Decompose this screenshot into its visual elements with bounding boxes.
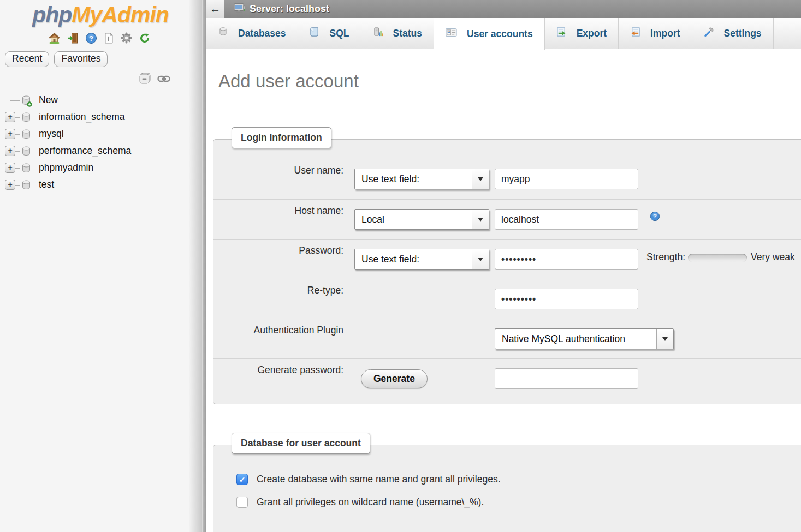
login-information-fieldset: Login Information User name: Use text fi…: [213, 139, 801, 404]
exit-icon[interactable]: [67, 32, 79, 44]
create-database-option: ✓ Create database with same name and gra…: [236, 474, 501, 485]
tab-label: Status: [393, 28, 422, 39]
tab-bar: Databases SQL Status User accounts Expor…: [206, 18, 801, 49]
create-database-label: Create database with same name and grant…: [257, 474, 501, 485]
grant-wildcard-checkbox[interactable]: [236, 497, 248, 508]
database-icon: [218, 27, 228, 40]
generate-password-label: Generate password:: [213, 364, 343, 376]
collapse-all-icon[interactable]: [139, 72, 152, 88]
favorites-button[interactable]: Favorites: [54, 51, 108, 67]
back-button[interactable]: ←: [206, 0, 224, 18]
recent-button[interactable]: Recent: [5, 51, 49, 67]
select-arrow-box[interactable]: [656, 329, 673, 349]
sql-icon: [310, 27, 320, 40]
tree-stub: [15, 134, 20, 135]
select-arrow-box[interactable]: [472, 210, 489, 229]
create-database-checkbox[interactable]: ✓: [236, 474, 248, 485]
username-type-select[interactable]: Use text field:: [354, 169, 489, 189]
selected-option: Native MySQL authentication: [495, 329, 656, 349]
database-icon: [20, 180, 32, 194]
strength-meter: [688, 254, 747, 262]
tab-sql[interactable]: SQL: [298, 18, 361, 49]
check-icon: ✓: [239, 475, 246, 484]
password-type-select[interactable]: Use text field:: [354, 249, 489, 270]
hostname-type-select[interactable]: Local: [354, 209, 489, 230]
chevron-down-icon: [662, 337, 668, 341]
logo-part-myadmin: MyAdmin: [72, 2, 169, 27]
select-arrow-box[interactable]: [472, 249, 489, 269]
tree-item-database[interactable]: + mysql: [0, 126, 189, 143]
strength-label: Strength:: [646, 252, 685, 263]
tab-export[interactable]: Export: [545, 18, 619, 49]
help-icon[interactable]: ?: [650, 211, 660, 224]
tree-item-database[interactable]: + performance_schema: [0, 143, 189, 160]
database-icon: [20, 163, 32, 177]
expand-icon[interactable]: +: [5, 146, 15, 156]
tab-import[interactable]: Import: [619, 18, 692, 49]
home-icon[interactable]: [48, 32, 61, 44]
sidebar: phpMyAdmin ? Recent Favorites New + info…: [0, 0, 189, 532]
generate-button[interactable]: Generate: [361, 369, 428, 388]
password-label: Password:: [213, 245, 343, 256]
generate-password-row: Generate password: Generate: [213, 358, 801, 398]
tree-item-label: mysql: [39, 128, 64, 140]
expand-icon[interactable]: +: [5, 129, 15, 139]
password-input[interactable]: [495, 249, 638, 270]
panel-divider[interactable]: [202, 0, 206, 532]
docs-icon[interactable]: [103, 32, 114, 44]
user-accounts-icon: [446, 28, 457, 40]
refresh-icon[interactable]: [139, 32, 151, 44]
retype-row: Re-type:: [213, 279, 801, 319]
expand-icon[interactable]: +: [5, 180, 15, 190]
help-icon[interactable]: ?: [85, 32, 97, 44]
main-panel: ← Server: localhost Databases SQL Status…: [206, 0, 801, 532]
server-strip: Server: localhost: [224, 0, 801, 18]
hostname-input[interactable]: [495, 209, 638, 230]
tree-item-database[interactable]: + phpmyadmin: [0, 160, 189, 177]
selected-option: Use text field:: [355, 169, 472, 189]
logo-part-php: php: [32, 2, 72, 27]
tree-item-label: information_schema: [39, 111, 125, 123]
auth-plugin-label: Authentication Plugin: [213, 325, 343, 336]
tree-item-new[interactable]: New: [0, 92, 189, 109]
expand-icon[interactable]: +: [5, 163, 15, 173]
tab-settings[interactable]: Settings: [692, 18, 774, 49]
tree-item-database[interactable]: + information_schema: [0, 109, 189, 126]
expand-icon[interactable]: +: [5, 112, 15, 122]
database-tree: New + information_schema + mysql + perfo…: [0, 92, 189, 194]
tree-stub: [15, 151, 20, 152]
tab-label: User accounts: [467, 28, 533, 40]
tab-databases[interactable]: Databases: [206, 18, 298, 49]
server-title: Server: localhost: [250, 3, 329, 15]
sidebar-scroll-strip[interactable]: [189, 0, 202, 532]
auth-plugin-select[interactable]: Native MySQL authentication: [495, 328, 674, 349]
phpmyadmin-logo: phpMyAdmin: [0, 2, 189, 28]
sidebar-quick-buttons: Recent Favorites: [5, 51, 189, 67]
gear-icon[interactable]: [120, 32, 133, 44]
link-with-main-panel-icon[interactable]: [157, 75, 170, 85]
svg-text:?: ?: [653, 213, 657, 219]
tree-item-label: performance_schema: [39, 145, 131, 157]
chevron-down-icon: [478, 218, 483, 222]
svg-text:?: ?: [89, 34, 93, 42]
tree-stub: [15, 168, 20, 169]
tab-label: Settings: [724, 28, 762, 39]
export-icon: [556, 27, 567, 40]
new-database-icon: [20, 95, 32, 109]
tree-stub: [15, 117, 20, 118]
grant-wildcard-option: Grant all privileges on wildcard name (u…: [236, 497, 484, 508]
generated-password-input[interactable]: [495, 368, 638, 389]
chevron-down-icon: [478, 258, 483, 261]
tab-label: Export: [577, 28, 607, 39]
hostname-label: Host name:: [213, 205, 343, 217]
select-arrow-box[interactable]: [472, 169, 489, 189]
tree-item-database[interactable]: + test: [0, 177, 189, 194]
username-label: User name:: [213, 165, 343, 176]
username-input[interactable]: [495, 169, 638, 189]
tab-status[interactable]: Status: [361, 18, 434, 49]
page-title: Add user account: [218, 71, 359, 92]
retype-password-input[interactable]: [495, 289, 638, 309]
database-for-user-fieldset: Database for user account ✓ Create datab…: [213, 445, 801, 532]
hostname-row: Host name: Local ?: [213, 199, 801, 239]
tab-user-accounts[interactable]: User accounts: [434, 18, 545, 50]
